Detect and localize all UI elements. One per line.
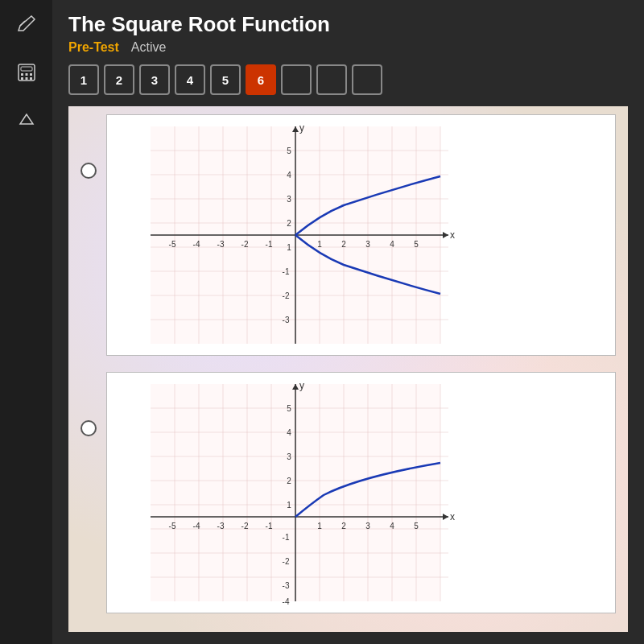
- svg-text:5: 5: [414, 522, 419, 530]
- pencil-icon[interactable]: [10, 8, 43, 40]
- svg-text:-2: -2: [242, 522, 249, 530]
- tab-3[interactable]: 3: [139, 64, 170, 95]
- svg-text:x: x: [450, 229, 455, 241]
- svg-text:1: 1: [317, 522, 322, 530]
- svg-text:-2: -2: [283, 291, 290, 300]
- svg-text:-1: -1: [283, 267, 290, 276]
- tab-4[interactable]: 4: [175, 64, 205, 95]
- subtitle-row: Pre-Test Active: [68, 40, 628, 55]
- radio-option-2[interactable]: [80, 420, 97, 436]
- svg-rect-7: [30, 77, 32, 80]
- svg-text:-4: -4: [193, 240, 200, 249]
- svg-text:-2: -2: [242, 240, 249, 249]
- svg-text:1: 1: [287, 243, 291, 252]
- tab-6[interactable]: 6: [246, 64, 276, 95]
- svg-text:-3: -3: [217, 522, 225, 530]
- svg-text:-5: -5: [169, 240, 176, 249]
- svg-text:1: 1: [317, 240, 322, 249]
- graph-1: y x -5 -4 -3 -2 -1 1 2 3 4 5: [110, 118, 456, 352]
- tab-1[interactable]: 1: [68, 64, 99, 95]
- calculator-icon[interactable]: [10, 56, 43, 89]
- tab-2[interactable]: 2: [104, 64, 134, 95]
- svg-text:4: 4: [287, 171, 291, 180]
- svg-rect-2: [21, 73, 23, 76]
- graph-2-wrapper: y x -5 -4 -3 -2 -1 1 2 3 4 5: [106, 372, 616, 613]
- svg-text:3: 3: [365, 522, 370, 530]
- graph-option-1: y x -5 -4 -3 -2 -1 1 2 3 4 5: [80, 114, 616, 356]
- arrow-up-icon[interactable]: [10, 105, 43, 137]
- sidebar: [0, 0, 52, 644]
- svg-text:-5: -5: [169, 522, 176, 530]
- svg-text:4: 4: [287, 428, 291, 437]
- tab-7[interactable]: [281, 64, 312, 95]
- tab-8[interactable]: [316, 64, 347, 95]
- svg-text:1: 1: [287, 501, 291, 510]
- question-tabs: 1 2 3 4 5 6: [68, 64, 628, 95]
- svg-text:2: 2: [341, 522, 346, 530]
- graph-option-2: y x -5 -4 -3 -2 -1 1 2 3 4 5: [80, 372, 616, 613]
- svg-text:y: y: [299, 380, 304, 391]
- svg-text:4: 4: [390, 240, 394, 249]
- svg-text:2: 2: [287, 219, 291, 228]
- svg-text:-1: -1: [266, 522, 273, 530]
- pretest-label: Pre-Test: [68, 40, 119, 55]
- svg-text:5: 5: [414, 240, 419, 249]
- svg-text:-3: -3: [283, 581, 290, 590]
- active-label: Active: [131, 40, 167, 55]
- svg-rect-4: [30, 73, 32, 76]
- svg-rect-6: [25, 77, 27, 80]
- graph-1-wrapper: y x -5 -4 -3 -2 -1 1 2 3 4 5: [106, 114, 616, 356]
- svg-text:-3: -3: [283, 316, 290, 324]
- svg-text:4: 4: [390, 522, 394, 530]
- svg-text:3: 3: [287, 452, 291, 461]
- content-area: The Square Root Function Pre-Test Active…: [52, 0, 644, 644]
- svg-rect-5: [21, 77, 23, 80]
- graph-2: y x -5 -4 -3 -2 -1 1 2 3 4 5: [110, 376, 456, 609]
- svg-text:-3: -3: [217, 240, 225, 249]
- svg-text:3: 3: [365, 240, 370, 249]
- tab-5[interactable]: 5: [210, 64, 241, 95]
- svg-text:5: 5: [287, 147, 291, 155]
- svg-text:-1: -1: [283, 533, 290, 542]
- svg-text:2: 2: [287, 477, 291, 485]
- svg-text:-4: -4: [283, 597, 290, 606]
- svg-rect-3: [25, 73, 27, 76]
- svg-text:5: 5: [287, 404, 291, 413]
- graphs-area: y x -5 -4 -3 -2 -1 1 2 3 4 5: [68, 106, 628, 632]
- svg-text:y: y: [299, 122, 304, 134]
- page-title: The Square Root Function: [68, 12, 628, 37]
- svg-text:-1: -1: [266, 240, 273, 249]
- svg-text:2: 2: [341, 240, 346, 249]
- svg-text:-2: -2: [283, 557, 290, 566]
- tab-9[interactable]: [352, 64, 382, 95]
- svg-text:3: 3: [287, 195, 291, 204]
- svg-text:x: x: [450, 511, 455, 522]
- radio-option-1[interactable]: [80, 163, 97, 179]
- svg-rect-1: [21, 67, 32, 71]
- main-container: The Square Root Function Pre-Test Active…: [0, 0, 644, 644]
- svg-text:-4: -4: [193, 522, 200, 530]
